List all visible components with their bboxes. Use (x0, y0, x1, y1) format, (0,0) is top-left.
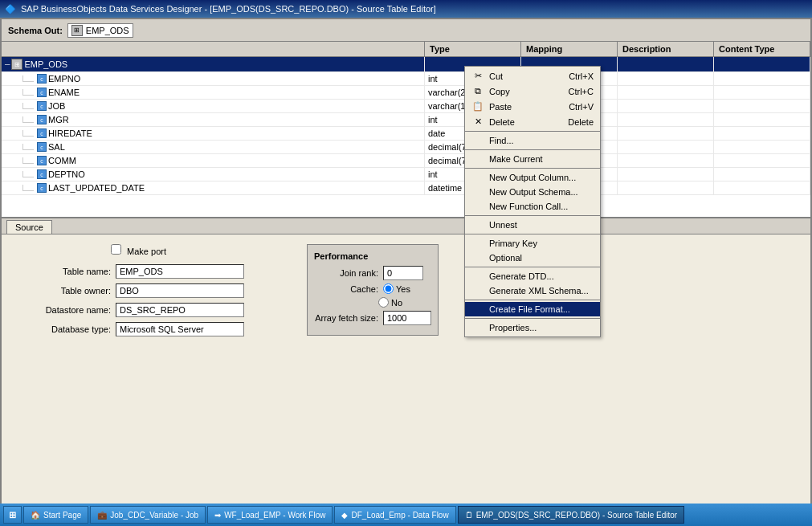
table-row[interactable]: c LAST_UPDATED_DATE datetime (2, 181, 810, 195)
menu-separator-8 (465, 318, 600, 319)
table-icon: ⊞ (71, 25, 83, 36)
performance-section: Performance Join rank: Cache: Yes (307, 244, 439, 336)
table-row[interactable]: c ENAME varchar(20) (2, 86, 810, 100)
schema-out-value: ⊞ EMP_ODS (67, 23, 133, 38)
columns-section: Type Mapping Description Content Type ─ … (2, 42, 810, 218)
source-tab[interactable]: Source (6, 220, 52, 234)
table-row[interactable]: c HIREDATE date (2, 127, 810, 141)
taskbar: ⊞ ▶ 🏠 Start Page 💼 Job_CDC_Variable - Jo… (0, 504, 812, 526)
datastore-name-input[interactable] (116, 303, 244, 317)
cache-no-option: No (378, 297, 402, 308)
menu-item-create-file-format[interactable]: Create File Format... (465, 302, 600, 316)
datastore-name-label: Datastore name: (14, 305, 111, 315)
menu-item-new-function-call[interactable]: New Function Call... (465, 199, 600, 214)
menu-item-new-output-column[interactable]: New Output Column... (465, 170, 600, 185)
table-owner-input[interactable] (116, 283, 244, 298)
make-port-row: Make port (111, 244, 798, 256)
menu-item-optional[interactable]: Optional (465, 251, 600, 265)
column-icon: c (37, 88, 47, 97)
schema-bar: Schema Out: ⊞ EMP_ODS (2, 19, 810, 42)
menu-item-generate-dtd[interactable]: Generate DTD... (465, 269, 600, 283)
windows-icon: ⊞ (9, 510, 16, 520)
collapse-icon[interactable]: ─ (5, 60, 10, 68)
table-row[interactable]: c COMM decimal(7,2) (2, 154, 810, 168)
menu-item-generate-xml-schema[interactable]: Generate XML Schema... (465, 283, 600, 298)
column-icon: c (37, 169, 47, 179)
menu-separator-3 (465, 168, 600, 169)
menu-separator-1 (465, 131, 600, 132)
cache-no-group: No (378, 297, 431, 308)
table-name-input[interactable] (116, 264, 244, 279)
source-table-icon: 🗒 (465, 511, 473, 520)
cache-no-radio[interactable] (378, 297, 389, 308)
menu-separator-2 (465, 149, 600, 150)
table-row[interactable]: c EMPNO int (2, 72, 810, 86)
schema-out-label: Schema Out: (8, 26, 63, 35)
column-icon: c (37, 115, 47, 124)
column-icon: c (37, 74, 47, 84)
taskbar-btn-job-cdc[interactable]: 💼 Job_CDC_Variable - Job (90, 506, 206, 524)
column-icon: c (37, 183, 47, 193)
table-row[interactable]: c MGR int (2, 113, 810, 127)
start-button[interactable]: ⊞ ▶ (3, 506, 22, 524)
cut-icon: ✂ (471, 71, 484, 81)
cache-yes-radio[interactable] (383, 283, 394, 294)
menu-item-copy[interactable]: ⧉ Copy Ctrl+C (465, 84, 600, 99)
title-bar-icon: 🔷 (5, 4, 16, 14)
make-port-label: Make port (127, 247, 166, 256)
col-header-name (2, 42, 425, 56)
menu-item-unnest[interactable]: Unnest (465, 218, 600, 232)
table-node-cell: ─ ⊞ EMP_ODS (2, 57, 425, 71)
lower-section: Source Make port Table name: Table owner… (2, 218, 810, 524)
table-row[interactable]: c JOB varchar(10) (2, 100, 810, 113)
performance-title: Performance (314, 251, 431, 261)
menu-item-cut[interactable]: ✂ Cut Ctrl+X (465, 68, 600, 84)
table-node-row[interactable]: ─ ⊞ EMP_ODS (2, 57, 810, 72)
make-port-checkbox[interactable] (111, 244, 121, 255)
copy-icon: ⧉ (471, 86, 484, 96)
menu-item-new-output-schema[interactable]: New Output Schema... (465, 185, 600, 199)
table-owner-label: Table owner: (14, 286, 111, 296)
join-rank-input[interactable] (383, 266, 423, 280)
taskbar-btn-emp-ods[interactable]: 🗒 EMP_ODS(DS_SRC_REPO.DBO) - Source Tabl… (458, 506, 684, 524)
database-type-label: Database type: (14, 324, 111, 334)
menu-item-delete[interactable]: ✕ Delete Delete (465, 114, 600, 129)
menu-separator-5 (465, 234, 600, 234)
col-header-mapping: Mapping (521, 42, 618, 56)
col-header-content-type: Content Type (714, 42, 810, 56)
menu-item-make-current[interactable]: Make Current (465, 152, 600, 166)
paste-icon: 📋 (471, 101, 484, 112)
join-rank-row: Join rank: (314, 266, 431, 280)
join-rank-label: Join rank: (314, 268, 378, 278)
table-row[interactable]: c DEPTNO int (2, 168, 810, 181)
workflow-icon: ➡ (214, 511, 221, 520)
array-fetch-row: Array fetch size: (314, 311, 431, 325)
column-icon: c (37, 128, 47, 138)
source-content: Make port Table name: Table owner: Datas… (2, 234, 810, 524)
menu-separator-6 (465, 267, 600, 267)
column-headers: Type Mapping Description Content Type (2, 42, 810, 57)
menu-item-primary-key[interactable]: Primary Key (465, 236, 600, 251)
menu-item-paste[interactable]: 📋 Paste Ctrl+V (465, 99, 600, 114)
context-menu: ✂ Cut Ctrl+X ⧉ Copy Ctrl+C 📋 Paste Ctrl+… (464, 66, 601, 337)
col-header-type: Type (425, 42, 521, 56)
menu-separator-4 (465, 215, 600, 216)
column-icon: c (37, 101, 47, 111)
menu-item-properties[interactable]: Properties... (465, 320, 600, 335)
delete-icon: ✕ (471, 116, 484, 127)
taskbar-btn-df-load-emp[interactable]: ◆ DF_Load_Emp - Data Flow (334, 506, 455, 524)
taskbar-btn-wf-load-emp[interactable]: ➡ WF_Load_EMP - Work Flow (207, 506, 333, 524)
array-fetch-input[interactable] (383, 311, 431, 325)
title-bar: 🔷 SAP BusinessObjects Data Services Desi… (0, 0, 812, 18)
menu-item-find[interactable]: Find... (465, 133, 600, 148)
table-node-icon: ⊞ (11, 59, 22, 70)
job-icon: 💼 (97, 511, 107, 520)
table-name-label: Table name: (14, 267, 111, 276)
dataflow-icon: ◆ (341, 511, 348, 520)
table-row[interactable]: c SAL decimal(7,2) (2, 141, 810, 154)
column-icon: c (37, 156, 47, 165)
taskbar-btn-start-page[interactable]: 🏠 Start Page (23, 506, 88, 524)
database-type-input[interactable] (116, 322, 244, 336)
array-fetch-label: Array fetch size: (314, 313, 378, 323)
cache-yes-option: Yes (383, 283, 410, 294)
